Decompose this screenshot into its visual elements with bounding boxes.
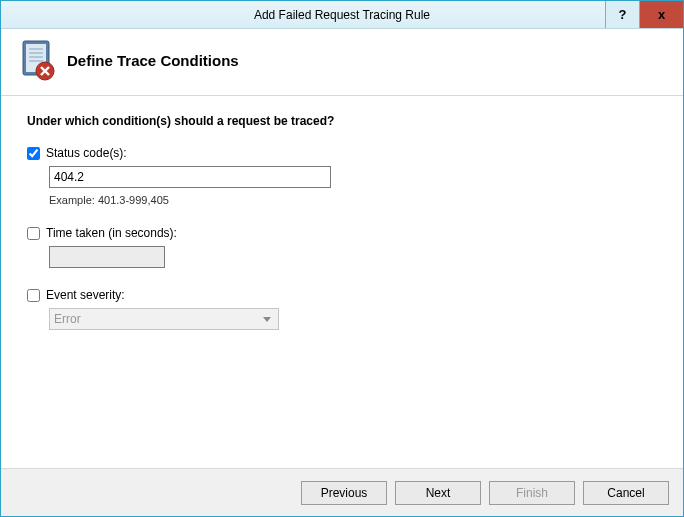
wizard-content: Under which condition(s) should a reques…	[1, 96, 683, 360]
event-severity-section: Event severity: Error	[27, 288, 657, 330]
event-severity-checkbox-row[interactable]: Event severity:	[27, 288, 657, 302]
wizard-header: Define Trace Conditions	[1, 29, 683, 96]
titlebar: Add Failed Request Tracing Rule ? x	[1, 1, 683, 29]
event-severity-checkbox[interactable]	[27, 289, 40, 302]
time-taken-label: Time taken (in seconds):	[46, 226, 177, 240]
status-codes-example: Example: 401.3-999,405	[49, 194, 657, 206]
close-button[interactable]: x	[639, 1, 683, 28]
status-codes-input[interactable]	[49, 166, 331, 188]
event-severity-select: Error	[49, 308, 279, 330]
status-codes-checkbox[interactable]	[27, 147, 40, 160]
time-taken-checkbox-row[interactable]: Time taken (in seconds):	[27, 226, 657, 240]
next-button[interactable]: Next	[395, 481, 481, 505]
titlebar-buttons: ? x	[605, 1, 683, 28]
wizard-footer: Previous Next Finish Cancel	[1, 468, 683, 516]
time-taken-section: Time taken (in seconds):	[27, 226, 657, 268]
prompt-text: Under which condition(s) should a reques…	[27, 114, 657, 128]
page-title: Define Trace Conditions	[67, 52, 239, 69]
help-button[interactable]: ?	[605, 1, 639, 28]
event-severity-label: Event severity:	[46, 288, 125, 302]
finish-button: Finish	[489, 481, 575, 505]
status-codes-section: Status code(s): Example: 401.3-999,405	[27, 146, 657, 206]
window-title: Add Failed Request Tracing Rule	[1, 8, 683, 22]
time-taken-input	[49, 246, 165, 268]
status-codes-label: Status code(s):	[46, 146, 127, 160]
status-codes-checkbox-row[interactable]: Status code(s):	[27, 146, 657, 160]
cancel-button[interactable]: Cancel	[583, 481, 669, 505]
event-severity-select-wrap: Error	[49, 308, 279, 330]
time-taken-checkbox[interactable]	[27, 227, 40, 240]
notebook-error-icon	[17, 39, 55, 81]
previous-button[interactable]: Previous	[301, 481, 387, 505]
